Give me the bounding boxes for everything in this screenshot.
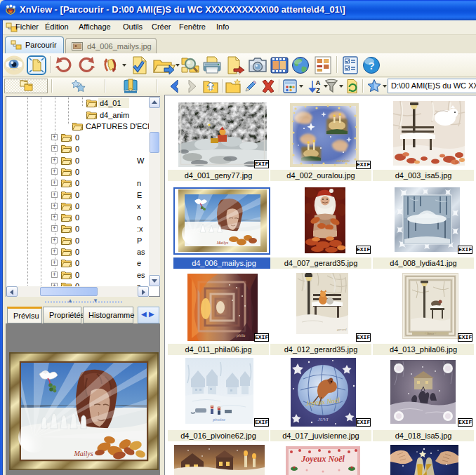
svg-text:JUVI: JUVI [318,417,329,422]
svg-text:pivoine: pivoine [212,417,225,422]
svg-text:gerard: gerard [337,328,347,331]
svg-text:~ l'hiver ~: ~ l'hiver ~ [425,332,437,335]
svg-text:Mailys: Mailys [73,450,93,457]
svg-text:A: A [316,79,321,86]
svg-text:?: ? [368,60,374,72]
svg-text:ouralou: ouralou [336,159,350,163]
svg-text:Mailys: Mailys [216,241,229,245]
svg-text:Joyeux Noël: Joyeux Noël [300,454,345,464]
svg-text:Isa: Isa [455,160,460,164]
svg-text:Z: Z [316,87,320,94]
svg-text:phila: phila [236,333,245,337]
